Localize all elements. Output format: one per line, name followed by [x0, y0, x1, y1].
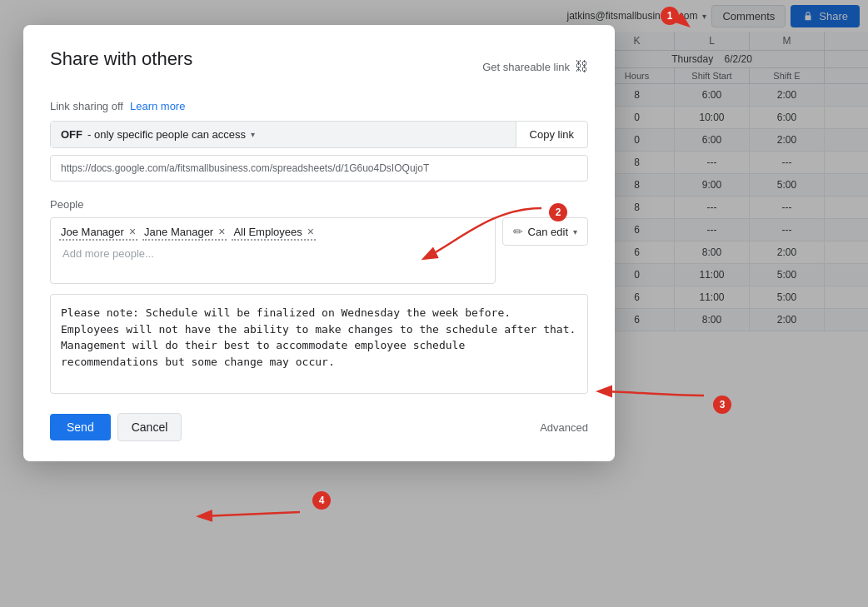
link-access-dropdown-arrow: ▾ [251, 130, 255, 139]
annotation-1: 1 [661, 7, 679, 25]
link-access-dropdown[interactable]: OFF - only specific people can access ▾ [51, 122, 516, 147]
chip-joe-label: Joe Manager [61, 226, 124, 238]
people-chips-area[interactable]: Joe Manager × Jane Manager × All Employe… [50, 217, 496, 284]
send-button[interactable]: Send [50, 414, 111, 440]
get-shareable-link-button[interactable]: Get shareable link ⛓ [482, 59, 588, 74]
learn-more-link[interactable]: Learn more [130, 100, 185, 112]
chip-joe-remove[interactable]: × [129, 225, 136, 238]
link-url-input[interactable] [50, 155, 588, 182]
add-more-placeholder[interactable]: Add more people... [59, 246, 486, 261]
chip-all-employees: All Employees × [232, 225, 316, 241]
can-edit-label: Can edit [528, 226, 568, 238]
link-sharing-label: Link sharing off [50, 100, 123, 112]
chip-joe-manager: Joe Manager × [59, 225, 137, 241]
chip-all-remove[interactable]: × [307, 225, 314, 238]
modal-header: Share with others Get shareable link ⛓ [50, 48, 588, 85]
people-label: People [50, 198, 588, 211]
modal-title: Share with others [50, 48, 192, 70]
link-access-row: OFF - only specific people can access ▾ … [50, 121, 588, 148]
modal-footer: Send Cancel Advanced [50, 413, 588, 441]
get-link-label: Get shareable link [482, 61, 570, 73]
chip-jane-label: Jane Manager [144, 226, 213, 238]
link-sharing-row: Link sharing off Learn more [50, 100, 588, 112]
can-edit-dropdown-arrow: ▾ [573, 227, 577, 236]
link-icon: ⛓ [575, 59, 588, 74]
cancel-button[interactable]: Cancel [117, 413, 182, 441]
people-input-row: Joe Manager × Jane Manager × All Employe… [50, 217, 588, 284]
annotation-4: 4 [312, 491, 331, 510]
advanced-button[interactable]: Advanced [540, 421, 588, 434]
chip-jane-remove[interactable]: × [218, 225, 225, 238]
can-edit-button[interactable]: ✏ Can edit ▾ [502, 217, 588, 246]
chip-all-label: All Employees [233, 226, 302, 238]
chip-jane-manager: Jane Manager × [142, 225, 227, 241]
link-access-description: - only specific people can access [87, 128, 246, 141]
message-textarea[interactable]: Please note: Schedule will be finalized … [50, 294, 588, 394]
share-dialog: Share with others Get shareable link ⛓ L… [23, 25, 615, 461]
edit-icon: ✏ [513, 225, 523, 238]
annotation-2: 2 [549, 203, 567, 221]
off-label: OFF [61, 128, 82, 141]
annotation-3: 3 [713, 396, 731, 414]
copy-link-button[interactable]: Copy link [516, 122, 587, 147]
chips-row: Joe Manager × Jane Manager × All Employe… [59, 225, 486, 241]
